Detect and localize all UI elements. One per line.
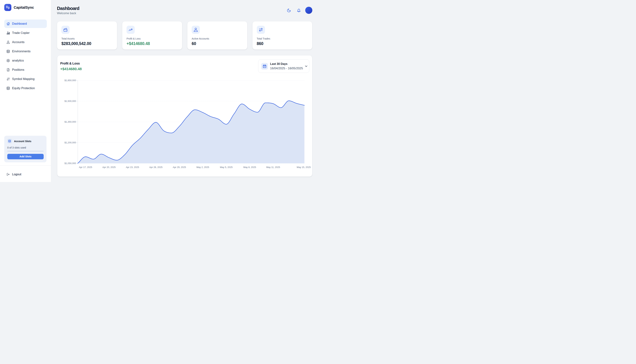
svg-text:$1,050,000: $1,050,000 [64,162,76,165]
svg-text:Apr 29, 2025: Apr 29, 2025 [173,166,186,168]
svg-text:Apr 26, 2025: Apr 26, 2025 [149,166,162,168]
svg-text:May 15, 2025: May 15, 2025 [297,166,311,168]
svg-text:$1,200,000: $1,200,000 [64,141,76,144]
svg-text:May 5, 2025: May 5, 2025 [220,166,233,168]
svg-text:Apr 23, 2025: Apr 23, 2025 [126,166,139,168]
svg-text:May 8, 2025: May 8, 2025 [243,166,256,168]
svg-text:May 2, 2025: May 2, 2025 [196,166,209,168]
svg-text:$1,500,000: $1,500,000 [64,100,76,102]
svg-text:Apr 20, 2025: Apr 20, 2025 [102,166,115,168]
svg-text:$1,650,000: $1,650,000 [64,79,76,82]
svg-text:May 11, 2025: May 11, 2025 [266,166,280,168]
svg-text:Apr 17, 2025: Apr 17, 2025 [79,166,92,168]
svg-text:$1,350,000: $1,350,000 [64,120,76,123]
